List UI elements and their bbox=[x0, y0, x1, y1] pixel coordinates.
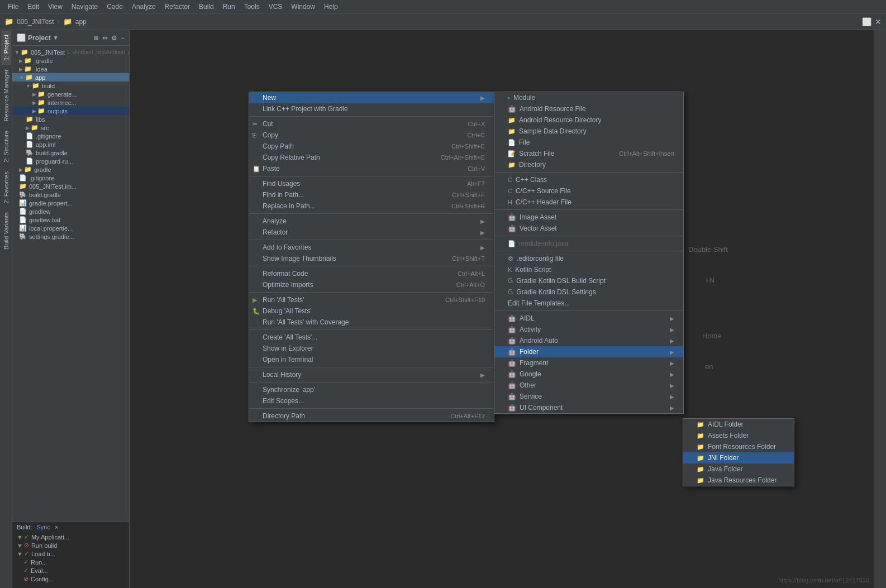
menu-edit[interactable]: Edit bbox=[23, 2, 44, 12]
menu-run[interactable]: Run bbox=[218, 2, 240, 12]
menu-tools[interactable]: Tools bbox=[240, 2, 264, 12]
tree-item[interactable]: ▶ 📁 outputs bbox=[12, 107, 129, 115]
sidebar-tab-buildvariants[interactable]: Build Variants bbox=[1, 208, 11, 254]
tree-item[interactable]: 📄 .gitignore bbox=[12, 174, 129, 182]
tree-item[interactable]: 📁 005_JNITest.im... bbox=[12, 182, 129, 190]
tree-item[interactable]: ▶ 📁 .idea bbox=[12, 65, 129, 73]
menu-link-cpp[interactable]: Link C++ Project with Gradle bbox=[249, 103, 494, 114]
menu-create-tests[interactable]: Create 'All Tests'... bbox=[249, 332, 494, 343]
menu-replace-in-path[interactable]: Replace in Path... Ctrl+Shift+R bbox=[249, 200, 494, 212]
panel-layout-icon[interactable]: ⇔ bbox=[102, 34, 108, 42]
menu-paste[interactable]: 📋 Paste Ctrl+V bbox=[249, 163, 494, 174]
menu-ui-component[interactable]: 🤖 UI Component ▶ bbox=[494, 402, 683, 413]
menu-analyze[interactable]: Analyze bbox=[127, 2, 160, 12]
tree-app-item[interactable]: ▼ 📁 app bbox=[12, 73, 129, 82]
menu-directory[interactable]: 📁 Directory bbox=[494, 159, 683, 170]
menu-synchronize[interactable]: Synchronize 'app' bbox=[249, 384, 494, 395]
tree-item[interactable]: ▶ 📁 src bbox=[12, 123, 129, 132]
tree-item[interactable]: 📄 app.iml bbox=[12, 140, 129, 149]
menu-cpp-class[interactable]: C C++ Class bbox=[494, 174, 683, 185]
menu-aidl[interactable]: 🤖 AIDL ▶ bbox=[494, 313, 683, 324]
menu-show-thumbnails[interactable]: Show Image Thumbnails Ctrl+Shift+T bbox=[249, 253, 494, 264]
menu-help[interactable]: Help bbox=[320, 2, 342, 12]
panel-arrow[interactable]: ▼ bbox=[53, 35, 59, 41]
menu-service[interactable]: 🤖 Service ▶ bbox=[494, 391, 683, 402]
menu-file[interactable]: File bbox=[3, 2, 23, 12]
menu-vcs[interactable]: VCS bbox=[264, 2, 287, 12]
menu-local-history[interactable]: Local History ▶ bbox=[249, 369, 494, 380]
menu-module[interactable]: ▪ Module bbox=[494, 92, 683, 103]
menu-run-tests[interactable]: ▶ Run 'All Tests' Ctrl+Shift+F10 bbox=[249, 294, 494, 305]
panel-minimize-icon[interactable]: − bbox=[121, 34, 125, 42]
menu-new[interactable]: New ▶ bbox=[249, 92, 494, 103]
menu-show-explorer[interactable]: Show in Explorer bbox=[249, 343, 494, 354]
menu-find-in-path[interactable]: Find in Path... Ctrl+Shift+F bbox=[249, 189, 494, 200]
menu-android-resource-dir[interactable]: 📁 Android Resource Directory bbox=[494, 114, 683, 126]
menu-navigate[interactable]: Navigate bbox=[67, 2, 102, 12]
menu-image-asset[interactable]: 🤖 Image Asset bbox=[494, 212, 683, 223]
tree-item[interactable]: 📊 gradle.propert... bbox=[12, 199, 129, 207]
tree-item[interactable]: ▶ 📁 intermec... bbox=[12, 98, 129, 107]
tree-item[interactable]: 🐘 build.gradle bbox=[12, 149, 129, 157]
menu-android-auto[interactable]: 🤖 Android Auto ▶ bbox=[494, 335, 683, 346]
menu-google[interactable]: 🤖 Google ▶ bbox=[494, 369, 683, 380]
menu-run-coverage[interactable]: Run 'All Tests' with Coverage bbox=[249, 317, 494, 328]
menu-other[interactable]: 🤖 Other ▶ bbox=[494, 380, 683, 391]
menu-optimize-imports[interactable]: Optimize Imports Ctrl+Alt+O bbox=[249, 279, 494, 290]
tree-root[interactable]: ▼ 📁 005_JNITest E:\Andriod_pro\Andriod_p… bbox=[12, 48, 129, 56]
panel-settings-icon[interactable]: ⚙ bbox=[111, 34, 117, 42]
menu-edit-file-templates[interactable]: Edit File Templates... bbox=[494, 298, 683, 309]
menu-edit-scopes[interactable]: Edit Scopes... bbox=[249, 395, 494, 407]
menu-java-folder[interactable]: 📁 Java Folder bbox=[683, 463, 794, 475]
menu-sample-data-dir[interactable]: 📁 Sample Data Directory bbox=[494, 126, 683, 137]
menu-find-usages[interactable]: Find Usages Alt+F7 bbox=[249, 178, 494, 189]
menu-editorconfig[interactable]: ⚙ .editorconfig file bbox=[494, 253, 683, 264]
menu-android-resource-file[interactable]: 🤖 Android Resource File bbox=[494, 103, 683, 114]
tree-item[interactable]: 🐘 build.gradle bbox=[12, 190, 129, 199]
tree-item[interactable]: 📄 gradlew bbox=[12, 207, 129, 216]
sync-close[interactable]: × bbox=[55, 524, 58, 530]
menu-debug-tests[interactable]: 🐛 Debug 'All Tests' bbox=[249, 305, 494, 317]
menu-cpp-header[interactable]: H C/C++ Header File bbox=[494, 197, 683, 208]
tree-item[interactable]: 📄 proguard-ru... bbox=[12, 157, 129, 165]
menu-folder[interactable]: 🤖 Folder ▶ bbox=[494, 346, 683, 357]
menu-vector-asset[interactable]: 🤖 Vector Asset bbox=[494, 223, 683, 234]
menu-copy-relative[interactable]: Copy Relative Path Ctrl+Alt+Shift+C bbox=[249, 152, 494, 163]
menu-cut[interactable]: ✂ Cut Ctrl+X bbox=[249, 118, 494, 130]
tree-item[interactable]: ▶ 📁 generate... bbox=[12, 90, 129, 98]
menu-add-favorites[interactable]: Add to Favorites ▶ bbox=[249, 242, 494, 253]
tree-item[interactable]: ▶ 📁 .gradle bbox=[12, 56, 129, 65]
tree-item[interactable]: 📊 local.propertie... bbox=[12, 224, 129, 232]
menu-activity[interactable]: 🤖 Activity ▶ bbox=[494, 324, 683, 335]
sidebar-tab-favorites[interactable]: 2: Favorites bbox=[1, 167, 11, 208]
menu-open-terminal[interactable]: Open in Terminal bbox=[249, 354, 494, 365]
menu-fragment[interactable]: 🤖 Fragment ▶ bbox=[494, 357, 683, 369]
menu-kotlin-script[interactable]: K Kotlin Script bbox=[494, 264, 683, 275]
sidebar-tab-project[interactable]: 1: Project bbox=[1, 30, 11, 65]
tree-item[interactable]: 🐘 settings.gradle... bbox=[12, 232, 129, 241]
tree-item[interactable]: 📄 gradlew.bat bbox=[12, 216, 129, 224]
menu-directory-path[interactable]: Directory Path Ctrl+Alt+F12 bbox=[249, 410, 494, 422]
tree-item[interactable]: 📁 libs bbox=[12, 115, 129, 123]
menu-assets-folder[interactable]: 📁 Assets Folder bbox=[683, 430, 794, 441]
menu-scratch-file[interactable]: 📝 Scratch File Ctrl+Alt+Shift+Insert bbox=[494, 148, 683, 159]
close-button[interactable]: ✕ bbox=[875, 17, 882, 26]
tree-item[interactable]: ▼ 📁 build bbox=[12, 82, 129, 90]
tree-item[interactable]: 📄 .gitignore bbox=[12, 132, 129, 140]
panel-target-icon[interactable]: ⊕ bbox=[93, 34, 99, 42]
menu-view[interactable]: View bbox=[44, 2, 67, 12]
sync-button[interactable]: Sync bbox=[37, 524, 50, 530]
menu-code[interactable]: Code bbox=[102, 2, 127, 12]
menu-copy-path[interactable]: Copy Path Ctrl+Shift+C bbox=[249, 141, 494, 152]
sidebar-tab-structure[interactable]: 2: Structure bbox=[1, 126, 11, 167]
menu-cpp-source[interactable]: C C/C++ Source File bbox=[494, 185, 683, 197]
menu-jni-folder[interactable]: 📁 JNI Folder bbox=[683, 452, 794, 463]
menu-reformat[interactable]: Reformat Code Ctrl+Alt+L bbox=[249, 268, 494, 279]
menu-window[interactable]: Window bbox=[287, 2, 320, 12]
menu-analyze[interactable]: Analyze ▶ bbox=[249, 216, 494, 227]
menu-gradle-kotlin-settings[interactable]: G Gradle Kotlin DSL Settings bbox=[494, 286, 683, 298]
menu-java-resources-folder[interactable]: 📁 Java Resources Folder bbox=[683, 475, 794, 486]
menu-file[interactable]: 📄 File bbox=[494, 137, 683, 148]
menu-build[interactable]: Build bbox=[194, 2, 218, 12]
menu-gradle-kotlin-build[interactable]: G Gradle Kotlin DSL Build Script bbox=[494, 275, 683, 286]
